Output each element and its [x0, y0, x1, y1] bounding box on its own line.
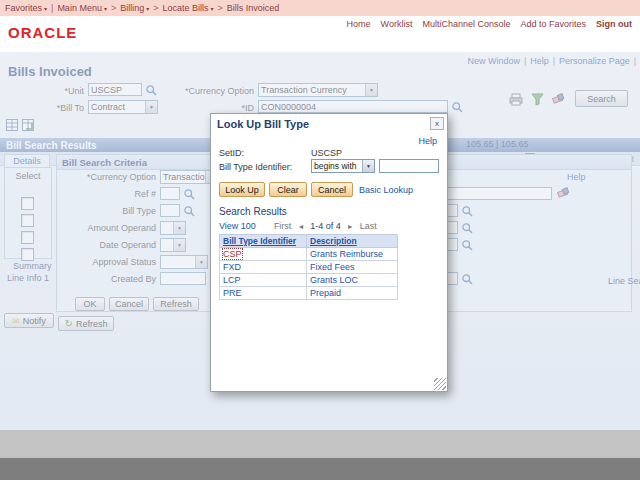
column-header-bill-type-identifier[interactable]: Bill Type Identifier [220, 235, 307, 248]
pager-first[interactable]: First [274, 221, 292, 231]
operator-select[interactable]: begins with ▼ [311, 159, 375, 173]
criteria-amount-operand-label: Amount Operand [58, 223, 156, 233]
personalize-page-link[interactable]: Personalize Page [559, 56, 630, 66]
sign-out-link[interactable]: Sign out [596, 19, 632, 29]
bill-to-label: *Bill To [28, 103, 84, 113]
bill-type-link-csp[interactable]: CSP [223, 249, 242, 259]
separator: | [553, 56, 555, 66]
nav-worklist[interactable]: Worklist [381, 19, 413, 29]
id-input[interactable]: CON0000004 [258, 100, 448, 113]
bill-type-value-lookup-icon[interactable] [461, 204, 474, 217]
breadcrumb-bills-invoiced[interactable]: Bills Invoiced [227, 3, 280, 13]
application-window: Favorites ▾ | Main Menu ▾ > Billing ▾ > … [0, 0, 640, 480]
dialog-help-link[interactable]: Help [418, 136, 437, 146]
pager-last[interactable]: Last [360, 221, 377, 231]
breadcrumb-label: Favorites [5, 3, 42, 13]
criteria-approval-status-label: Approval Status [58, 257, 156, 267]
bill-type-link-pre[interactable]: PRE [223, 288, 242, 298]
section-title: Bill Search Results [6, 140, 97, 151]
table-row: LCP Grants LOC [220, 274, 398, 287]
nav-home[interactable]: Home [347, 19, 371, 29]
notify-icon: ✉ [12, 316, 20, 326]
search-results-title: Search Results [219, 206, 287, 217]
tab-line-info-1[interactable]: Line Info 1 [7, 273, 49, 283]
created-by-lookup-icon[interactable] [461, 272, 474, 285]
row-select-checkbox[interactable] [21, 197, 34, 210]
top-navigation: Home Worklist MultiChannel Console Add t… [347, 19, 632, 29]
criteria-help-link[interactable]: Help [567, 172, 586, 182]
filter-funnel-icon[interactable] [531, 92, 544, 110]
identifier-search-input[interactable] [379, 159, 439, 173]
print-icon[interactable] [509, 92, 523, 110]
cancel-button[interactable]: Cancel [109, 297, 149, 311]
criteria-ref-input[interactable] [160, 187, 180, 200]
basic-lookup-link[interactable]: Basic Lookup [359, 185, 413, 195]
refresh-criteria-button[interactable]: Refresh [153, 297, 199, 311]
criteria-date-operand-select[interactable]: ▼ [160, 238, 186, 252]
row-select-checkbox[interactable] [21, 231, 34, 244]
export-grid-icon[interactable] [22, 117, 34, 135]
breadcrumb-billing[interactable]: Billing ▾ [120, 3, 149, 13]
refresh-label: Refresh [76, 319, 108, 329]
row-select-checkbox[interactable] [21, 214, 34, 227]
unit-input[interactable]: USCSP [88, 83, 142, 96]
setid-label: SetID: [219, 148, 244, 158]
tab-details[interactable]: Details [4, 154, 50, 167]
id-lookup-icon[interactable] [451, 100, 464, 113]
download-grid-icon[interactable] [6, 117, 18, 135]
date-lookup-icon[interactable] [461, 238, 474, 251]
close-icon[interactable]: x [430, 117, 444, 130]
clear-eraser-icon[interactable] [556, 186, 570, 204]
dropdown-arrow-icon: ▼ [362, 160, 374, 172]
new-window-link[interactable]: New Window [467, 56, 520, 66]
pager-prev-icon[interactable]: ◄ [297, 223, 304, 230]
amount-lookup-icon[interactable] [461, 221, 474, 234]
bill-type-link-lcp[interactable]: LCP [223, 275, 241, 285]
row-select-checkbox[interactable] [21, 248, 34, 261]
oracle-logo: ORACLE [8, 24, 77, 41]
ok-button[interactable]: OK [75, 297, 105, 311]
dialog-cancel-button[interactable]: Cancel [311, 182, 353, 197]
separator: | [634, 56, 636, 66]
clear-button[interactable]: Clear [269, 182, 307, 197]
eraser-icon[interactable] [551, 92, 565, 110]
chevron-down-icon: ▾ [44, 5, 47, 12]
currency-option-select[interactable]: Transaction Currency ▼ [258, 83, 378, 97]
description-link[interactable]: Prepaid [310, 288, 341, 298]
refresh-page-button[interactable]: ↻ Refresh [58, 316, 114, 331]
breadcrumb: Favorites ▾ | Main Menu ▾ > Billing ▾ > … [0, 0, 640, 16]
breadcrumb-locate-bills[interactable]: Locate Bills ▾ [162, 3, 213, 13]
help-link[interactable]: Help [530, 56, 549, 66]
chevron-down-icon: ▾ [211, 5, 214, 12]
ref-lookup-icon[interactable] [183, 187, 196, 200]
nav-multichannel-console[interactable]: MultiChannel Console [422, 19, 510, 29]
page-title: Bills Invoiced [8, 64, 92, 79]
tab-summary[interactable]: Summary [13, 261, 52, 271]
criteria-date-operand-label: Date Operand [58, 240, 156, 250]
bill-type-link-fxd[interactable]: FXD [223, 262, 241, 272]
notify-button[interactable]: ✉ Notify [4, 313, 54, 328]
breadcrumb-favorites[interactable]: Favorites ▾ [5, 3, 47, 13]
search-button[interactable]: Search [575, 90, 628, 107]
dialog-resize-grip[interactable] [434, 378, 446, 390]
select-column-header: Select [5, 168, 51, 181]
nav-add-to-favorites[interactable]: Add to Favorites [520, 19, 586, 29]
description-link[interactable]: Fixed Fees [310, 262, 355, 272]
criteria-amount-operand-select[interactable]: ▼ [160, 221, 186, 235]
criteria-created-by-input[interactable] [160, 272, 206, 285]
column-header-description[interactable]: Description [307, 235, 398, 248]
bill-type-lookup-icon[interactable] [183, 204, 196, 217]
criteria-bill-type-input[interactable] [160, 204, 180, 217]
breadcrumb-label: Locate Bills [162, 3, 208, 13]
description-link[interactable]: Grants Reimburse [310, 249, 383, 259]
breadcrumb-main-menu[interactable]: Main Menu ▾ [57, 3, 107, 13]
look-up-button[interactable]: Look Up [219, 182, 265, 197]
dialog-title: Look Up Bill Type [217, 118, 309, 130]
view-100-link[interactable]: View 100 [219, 221, 256, 231]
chevron-down-icon: ▾ [104, 5, 107, 12]
criteria-approval-status-select[interactable]: ▼ [160, 255, 208, 269]
id-label: *ID [148, 103, 254, 113]
pager-next-icon[interactable]: ► [347, 223, 354, 230]
description-link[interactable]: Grants LOC [310, 275, 358, 285]
tab-line-search[interactable]: Line Search [608, 276, 640, 286]
